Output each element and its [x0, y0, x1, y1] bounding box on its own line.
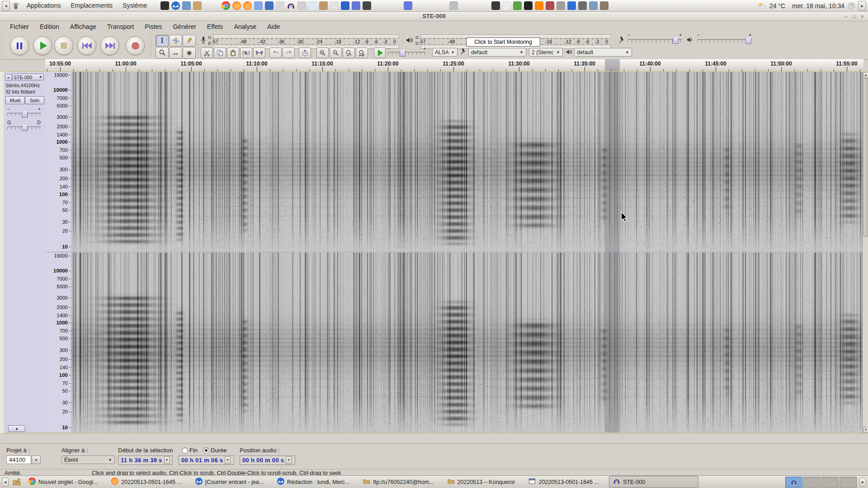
file-manager-launcher-icon[interactable] [193, 1, 202, 10]
undo-button[interactable] [269, 47, 282, 58]
transcription-grip[interactable] [370, 47, 373, 57]
taskbar-item--courrier-entrant-je[interactable]: [Courrier entrant - jea... [192, 476, 267, 488]
mute-button[interactable]: Muet [5, 96, 25, 104]
forward-button[interactable] [100, 36, 119, 55]
multi-tool-button[interactable]: ∗ [183, 47, 196, 59]
host-select[interactable]: ALSA▼ [432, 48, 458, 56]
timeshift-tool-button[interactable]: ↔ [169, 47, 182, 59]
taskbar-forward-icon[interactable]: ▸ [859, 478, 866, 487]
rewind-button[interactable] [77, 36, 96, 55]
text-editor-launcher-icon[interactable] [297, 1, 306, 10]
menu-affichage[interactable]: Affichage [65, 21, 102, 33]
taskbar-item-nouvel-onglet-googl-[interactable]: Nouvel onglet - Googl... [25, 476, 101, 488]
selection-duration-spinner[interactable]: ▼ [225, 456, 231, 464]
taskbar-item-20220513-konqueror[interactable]: 20220513 – Konqueror [444, 476, 519, 488]
timer-button[interactable] [299, 47, 311, 58]
smplayer-2-launcher-icon[interactable] [404, 1, 412, 10]
envelope-tool-button[interactable] [169, 35, 182, 47]
zoom-selection-button[interactable] [343, 47, 355, 58]
menu-fichier[interactable]: Fichier [5, 21, 34, 33]
recording-meter[interactable]: G D -57-48-42-36-30-24-18-12-9-6-30 Clic… [200, 34, 400, 47]
project-rate-field[interactable]: 44100 [6, 455, 31, 464]
menu-transport[interactable]: Transport [102, 21, 139, 33]
output-volume-slider[interactable]: − + [697, 35, 751, 43]
pan-thumb[interactable] [22, 123, 28, 131]
media-player-launcher-icon[interactable] [341, 1, 349, 10]
monitor-tooltip[interactable]: Click to Start Monitoring [466, 38, 540, 47]
play-button[interactable] [33, 36, 52, 55]
draw-tool-button[interactable] [183, 35, 196, 47]
workspace-4[interactable] [840, 477, 857, 488]
input-volume-slider[interactable]: − + [627, 35, 682, 43]
calculator-launcher-icon[interactable] [363, 1, 371, 10]
window-titlebar[interactable]: STE-000 – □ × [0, 12, 868, 21]
trim-button[interactable] [240, 47, 252, 58]
zoom-fit-button[interactable] [356, 47, 368, 58]
minimize-button[interactable]: – [842, 13, 850, 20]
menu-générer[interactable]: Générer [167, 21, 201, 33]
radio-duration[interactable] [203, 447, 209, 454]
panel-menu-emplacements[interactable]: Emplacements [66, 0, 118, 11]
pidgin-launcher-icon[interactable] [513, 1, 522, 10]
input-device-select[interactable]: default▼ [468, 48, 526, 56]
output-device-select[interactable]: default▼ [574, 48, 632, 56]
chromium-launcher-icon[interactable] [254, 1, 263, 10]
speed-thumb[interactable] [400, 49, 406, 56]
cinema-recorder-launcher-icon[interactable] [491, 1, 500, 10]
tools-toolbar-grip[interactable] [149, 34, 152, 57]
gain-thumb[interactable] [22, 110, 28, 117]
menu-pistes[interactable]: Pistes [139, 21, 167, 33]
selection-tool-button[interactable]: I [156, 35, 169, 47]
zoom-tool-button[interactable] [156, 47, 169, 59]
taskbar-item-20220513-0501-1645-[interactable]: 20220513-0501-1645 ... [525, 476, 602, 488]
copy-button[interactable] [214, 47, 226, 58]
track-gain-slider[interactable]: − + [7, 109, 41, 117]
panel-expand-button[interactable]: ▸ [858, 1, 866, 11]
zoom-in-button[interactable] [316, 47, 329, 58]
clipboard-manager-launcher-icon[interactable] [319, 1, 328, 10]
timeline-ruler[interactable]: 10:55:0011:00:0011:05:0011:10:0011:15:00… [45, 59, 863, 72]
terminal-launcher-icon[interactable] [160, 1, 169, 10]
system-tools-launcher-icon[interactable] [557, 1, 565, 10]
volume-control-launcher-icon[interactable] [578, 1, 587, 10]
silence-button[interactable] [253, 47, 265, 58]
redo-button[interactable] [283, 47, 295, 58]
paste-button[interactable] [227, 47, 239, 58]
weather-icon[interactable] [757, 2, 766, 10]
cut-button[interactable] [201, 47, 213, 58]
menu-analyse[interactable]: Analyse [228, 21, 262, 33]
gnome-foot-icon[interactable] [12, 2, 20, 10]
firefox-2-launcher-icon[interactable] [243, 1, 252, 10]
edit-toolbar-grip[interactable] [196, 47, 199, 57]
transport-toolbar-grip[interactable] [1, 34, 4, 57]
radio-end[interactable] [182, 447, 188, 454]
libreoffice-writer-launcher-icon[interactable] [308, 1, 317, 10]
audio-position-field[interactable]: 00 h 00 m 00 s▼ [240, 455, 295, 465]
taskbar-back-icon[interactable]: ◂ [2, 478, 9, 487]
input-volume-thumb[interactable] [673, 36, 679, 44]
vertical-scroll-thumb[interactable] [863, 78, 868, 237]
vertical-scrollbar[interactable]: ▲ ▼ [862, 72, 868, 433]
scroll-down-icon[interactable]: ▼ [863, 427, 868, 433]
zoom-out-button[interactable] [330, 47, 342, 58]
panel-menu-système[interactable]: Système [118, 0, 152, 11]
play-at-speed-button[interactable] [374, 47, 386, 58]
maximize-button[interactable]: □ [850, 13, 858, 20]
sphere-tool-launcher-icon[interactable] [330, 1, 339, 10]
close-button[interactable]: × [859, 13, 866, 20]
accessibility-launcher-icon[interactable] [567, 1, 576, 10]
spectrogram-left-channel[interactable] [71, 72, 862, 252]
selection-start-spinner[interactable]: ▼ [164, 456, 170, 464]
firefox-launcher-icon[interactable] [232, 1, 241, 10]
selection-start-field[interactable]: 11 h 36 m 39 s▼ [118, 455, 173, 465]
track-pan-slider[interactable]: G D [7, 122, 41, 131]
gimp-launcher-icon[interactable] [600, 1, 609, 10]
playback-speed-slider[interactable]: − + [388, 48, 426, 56]
track-collapse-button[interactable]: ▲ [8, 425, 25, 432]
selection-duration-field[interactable]: 00 h 01 m 06 s▼ [179, 455, 234, 465]
track-close-button[interactable]: × [5, 74, 12, 81]
chrome-launcher-icon[interactable] [222, 1, 230, 10]
taskbar-item-20220513-0501-1645-[interactable]: 20220513-0501-1645 ... [108, 476, 185, 488]
menu-effets[interactable]: Effets [202, 21, 229, 33]
display-settings-launcher-icon[interactable] [449, 1, 458, 10]
